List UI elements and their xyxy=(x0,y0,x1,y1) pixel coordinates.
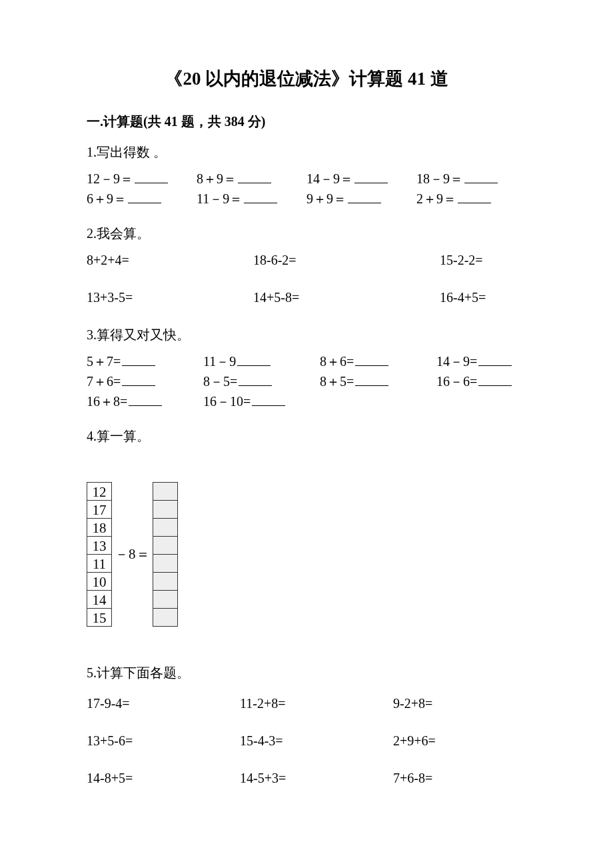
q5-row: 17-9-4= 11-2+8= 9-2+8= xyxy=(87,694,526,713)
expr: 8－5= xyxy=(203,372,320,391)
expr-text: 6＋9＝ xyxy=(87,191,127,206)
expr-text: 11－9＝ xyxy=(197,191,243,206)
answer-cell[interactable] xyxy=(153,500,178,519)
q5-row: 13+5-6= 15-4-3= 2+9+6= xyxy=(87,731,526,750)
expr-text: 8＋6= xyxy=(320,354,354,369)
q1-block: 12－9＝ 8＋9＝ 14－9＝ 18－9＝ 6＋9＝ 11－9＝ 9＋9＝ 2… xyxy=(87,169,526,208)
q5-row: 14-8+5= 14-5+3= 7+6-8= xyxy=(87,769,526,787)
expr-text: 14－9＝ xyxy=(306,171,353,186)
answer-cell[interactable] xyxy=(153,590,178,609)
expr: 9＋9＝ xyxy=(306,189,416,208)
expr-text: 9＋9＝ xyxy=(306,191,346,206)
expr: 14－9＝ xyxy=(306,169,416,188)
table-cell: 10 xyxy=(87,572,112,591)
expr: 11－9＝ xyxy=(197,189,306,208)
expr: 13+3-5= xyxy=(87,288,253,307)
q4-heading: 4.算一算。 xyxy=(87,427,526,445)
expr-text: 8－5= xyxy=(203,374,237,389)
expr: 8＋9＝ xyxy=(197,169,306,188)
answer-blank[interactable] xyxy=(129,392,162,406)
table-cell: 11 xyxy=(87,554,112,573)
expr-text: 16＋8= xyxy=(87,394,127,409)
expr: 18－9＝ xyxy=(416,169,526,188)
table-cell: 12 xyxy=(87,482,112,501)
expr: 9-2+8= xyxy=(393,694,546,713)
answer-cell[interactable] xyxy=(153,536,178,555)
q5-heading: 5.计算下面各题。 xyxy=(87,663,526,682)
answer-blank[interactable] xyxy=(355,372,388,386)
q1-heading: 1.写出得数 。 xyxy=(87,143,526,161)
q3-block: 5＋7= 11－9 8＋6= 14－9= 7＋6= 8－5= 8＋5= 16－6… xyxy=(87,352,526,411)
expr: 18-6-2= xyxy=(253,251,440,269)
q2-block: 8+2+4= 18-6-2= 15-2-2= 13+3-5= 14+5-8= 1… xyxy=(87,251,526,307)
expr-text: 16－6= xyxy=(436,374,477,389)
q3-row: 5＋7= 11－9 8＋6= 14－9= xyxy=(87,352,526,371)
expr-text: 18－9＝ xyxy=(416,171,463,186)
expr: 16-4+5= xyxy=(440,288,533,307)
answer-cell[interactable] xyxy=(153,608,178,627)
expr-text: 5＋7= xyxy=(87,354,121,369)
expr-text: 16－10= xyxy=(203,394,251,409)
answer-blank[interactable] xyxy=(348,189,381,203)
expr: 8＋5= xyxy=(320,372,436,391)
q2-row: 13+3-5= 14+5-8= 16-4+5= xyxy=(87,288,526,307)
answer-blank[interactable] xyxy=(478,352,512,366)
table-cell: 14 xyxy=(87,590,112,609)
table-cell: 15 xyxy=(87,608,112,627)
expr: 8＋6= xyxy=(320,352,436,371)
answer-blank[interactable] xyxy=(237,352,271,366)
expr: 16－6= xyxy=(436,372,553,391)
worksheet-page: 《20 以内的退位减法》计算题 41 道 一.计算题(共 41 题，共 384 … xyxy=(0,0,613,846)
expr: 11－9 xyxy=(203,352,320,371)
answer-blank[interactable] xyxy=(135,169,168,183)
expr: 5＋7= xyxy=(87,352,203,371)
answer-cell[interactable] xyxy=(153,572,178,591)
q4-block: 12 17 18 13 11 10 14 15 －8＝ xyxy=(87,482,526,627)
q4-table: 12 17 18 13 11 10 14 15 －8＝ xyxy=(87,482,526,627)
expr: 11-2+8= xyxy=(240,694,393,713)
expr: 17-9-4= xyxy=(87,694,240,713)
q3-row: 16＋8= 16－10= xyxy=(87,392,526,411)
q1-row: 6＋9＝ 11－9＝ 9＋9＝ 2＋9＝ xyxy=(87,189,526,208)
expr: 14-5+3= xyxy=(240,769,393,787)
answer-blank[interactable] xyxy=(128,189,161,203)
expr: 6＋9＝ xyxy=(87,189,197,208)
answer-blank[interactable] xyxy=(355,352,388,366)
table-cell: 18 xyxy=(87,518,112,537)
expr: 2+9+6= xyxy=(393,731,546,750)
answer-blank[interactable] xyxy=(354,169,388,183)
q4-right-col xyxy=(153,482,178,627)
expr-text: 8＋9＝ xyxy=(197,171,237,186)
q3-heading: 3.算得又对又快。 xyxy=(87,325,526,344)
expr-text: 12－9＝ xyxy=(87,171,133,186)
answer-blank[interactable] xyxy=(252,392,285,406)
q4-operator: －8＝ xyxy=(112,545,153,564)
expr: 15-4-3= xyxy=(240,731,393,750)
answer-cell[interactable] xyxy=(153,554,178,573)
q5-block: 17-9-4= 11-2+8= 9-2+8= 13+5-6= 15-4-3= 2… xyxy=(87,694,526,787)
answer-blank[interactable] xyxy=(238,169,271,183)
answer-blank[interactable] xyxy=(122,352,155,366)
q3-row: 7＋6= 8－5= 8＋5= 16－6= xyxy=(87,372,526,391)
expr: 7+6-8= xyxy=(393,769,546,787)
answer-cell[interactable] xyxy=(153,518,178,537)
expr: 16＋8= xyxy=(87,392,203,411)
answer-cell[interactable] xyxy=(153,482,178,501)
expr: 14+5-8= xyxy=(253,288,440,307)
q4-left-col: 12 17 18 13 11 10 14 15 xyxy=(87,482,112,627)
section-heading: 一.计算题(共 41 题，共 384 分) xyxy=(87,112,526,131)
answer-blank[interactable] xyxy=(464,169,498,183)
expr-text: 11－9 xyxy=(203,354,236,369)
expr-text: 14－9= xyxy=(436,354,477,369)
answer-blank[interactable] xyxy=(244,189,277,203)
table-cell: 17 xyxy=(87,500,112,519)
answer-blank[interactable] xyxy=(122,372,155,386)
expr: 16－10= xyxy=(203,392,320,411)
q2-row: 8+2+4= 18-6-2= 15-2-2= xyxy=(87,251,526,269)
expr-text: 8＋5= xyxy=(320,374,354,389)
q2-heading: 2.我会算。 xyxy=(87,224,526,243)
answer-blank[interactable] xyxy=(239,372,272,386)
expr: 15-2-2= xyxy=(440,251,533,269)
answer-blank[interactable] xyxy=(458,189,491,203)
answer-blank[interactable] xyxy=(478,372,512,386)
